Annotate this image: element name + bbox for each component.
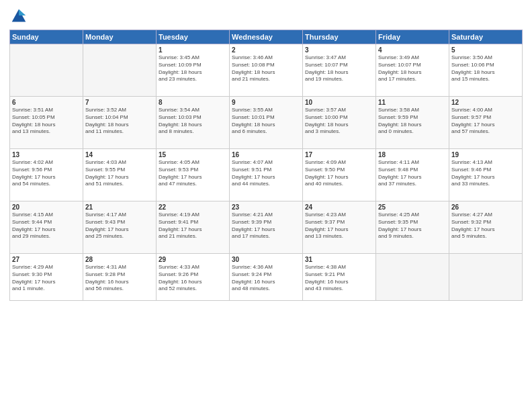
weekday-header-saturday: Saturday — [449, 30, 523, 44]
calendar-cell: 10Sunrise: 3:57 AM Sunset: 10:00 PM Dayl… — [303, 97, 376, 149]
day-info: Sunrise: 3:52 AM Sunset: 10:04 PM Daylig… — [85, 107, 154, 136]
weekday-header-friday: Friday — [376, 30, 449, 44]
day-info: Sunrise: 4:09 AM Sunset: 9:50 PM Dayligh… — [305, 159, 373, 188]
day-number: 30 — [232, 256, 300, 263]
weekday-header-thursday: Thursday — [303, 30, 376, 44]
calendar-cell: 29Sunrise: 4:33 AM Sunset: 9:26 PM Dayli… — [157, 254, 230, 301]
calendar-cell: 9Sunrise: 3:55 AM Sunset: 10:01 PM Dayli… — [230, 97, 303, 149]
day-number: 13 — [12, 151, 81, 158]
day-info: Sunrise: 4:15 AM Sunset: 9:44 PM Dayligh… — [12, 212, 81, 240]
day-number: 15 — [159, 151, 227, 158]
logo — [9, 7, 31, 26]
day-number: 16 — [232, 151, 300, 158]
day-info: Sunrise: 4:27 AM Sunset: 9:32 PM Dayligh… — [451, 212, 520, 240]
day-info: Sunrise: 3:54 AM Sunset: 10:03 PM Daylig… — [159, 107, 227, 136]
day-info: Sunrise: 3:47 AM Sunset: 10:07 PM Daylig… — [305, 54, 373, 83]
calendar-cell: 30Sunrise: 4:36 AM Sunset: 9:24 PM Dayli… — [230, 254, 303, 301]
day-info: Sunrise: 4:33 AM Sunset: 9:26 PM Dayligh… — [159, 264, 227, 293]
day-number: 23 — [232, 203, 300, 211]
day-info: Sunrise: 4:25 AM Sunset: 9:35 PM Dayligh… — [378, 212, 447, 240]
logo-icon — [9, 7, 28, 26]
day-info: Sunrise: 3:45 AM Sunset: 10:09 PM Daylig… — [159, 54, 227, 83]
weekday-header-monday: Monday — [83, 30, 157, 44]
day-number: 12 — [451, 99, 520, 106]
calendar-table: SundayMondayTuesdayWednesdayThursdayFrid… — [9, 30, 523, 301]
calendar-cell: 18Sunrise: 4:11 AM Sunset: 9:48 PM Dayli… — [376, 149, 449, 201]
day-info: Sunrise: 4:17 AM Sunset: 9:43 PM Dayligh… — [85, 212, 154, 240]
day-info: Sunrise: 3:50 AM Sunset: 10:06 PM Daylig… — [451, 54, 520, 83]
day-info: Sunrise: 4:29 AM Sunset: 9:30 PM Dayligh… — [12, 264, 81, 293]
day-number: 19 — [451, 151, 520, 158]
weekday-header-row: SundayMondayTuesdayWednesdayThursdayFrid… — [10, 30, 523, 44]
week-row-2: 6Sunrise: 3:51 AM Sunset: 10:05 PM Dayli… — [10, 97, 523, 149]
week-row-4: 20Sunrise: 4:15 AM Sunset: 9:44 PM Dayli… — [10, 201, 523, 254]
calendar-cell: 12Sunrise: 4:00 AM Sunset: 9:57 PM Dayli… — [449, 97, 523, 149]
calendar-cell: 24Sunrise: 4:23 AM Sunset: 9:37 PM Dayli… — [303, 201, 376, 254]
day-info: Sunrise: 4:23 AM Sunset: 9:37 PM Dayligh… — [305, 212, 373, 240]
day-number: 20 — [12, 203, 81, 211]
calendar-cell: 7Sunrise: 3:52 AM Sunset: 10:04 PM Dayli… — [83, 97, 157, 149]
day-info: Sunrise: 3:51 AM Sunset: 10:05 PM Daylig… — [12, 107, 81, 136]
week-row-3: 13Sunrise: 4:02 AM Sunset: 9:56 PM Dayli… — [10, 149, 523, 201]
calendar-cell — [10, 44, 83, 97]
day-number: 17 — [305, 151, 373, 158]
calendar-cell: 16Sunrise: 4:07 AM Sunset: 9:51 PM Dayli… — [230, 149, 303, 201]
day-number: 1 — [159, 46, 227, 54]
calendar-cell: 27Sunrise: 4:29 AM Sunset: 9:30 PM Dayli… — [10, 254, 83, 301]
day-info: Sunrise: 3:57 AM Sunset: 10:00 PM Daylig… — [305, 107, 373, 136]
day-number: 21 — [85, 203, 154, 211]
day-number: 18 — [378, 151, 447, 158]
day-info: Sunrise: 4:19 AM Sunset: 9:41 PM Dayligh… — [159, 212, 227, 240]
calendar-cell: 2Sunrise: 3:46 AM Sunset: 10:08 PM Dayli… — [230, 44, 303, 97]
week-row-5: 27Sunrise: 4:29 AM Sunset: 9:30 PM Dayli… — [10, 254, 523, 301]
day-info: Sunrise: 4:05 AM Sunset: 9:53 PM Dayligh… — [159, 159, 227, 188]
calendar-cell: 3Sunrise: 3:47 AM Sunset: 10:07 PM Dayli… — [303, 44, 376, 97]
calendar-cell: 5Sunrise: 3:50 AM Sunset: 10:06 PM Dayli… — [449, 44, 523, 97]
day-number: 14 — [85, 151, 154, 158]
day-info: Sunrise: 4:07 AM Sunset: 9:51 PM Dayligh… — [232, 159, 300, 188]
day-info: Sunrise: 3:46 AM Sunset: 10:08 PM Daylig… — [232, 54, 300, 83]
svg-marker-1 — [19, 9, 26, 15]
calendar-cell: 23Sunrise: 4:21 AM Sunset: 9:39 PM Dayli… — [230, 201, 303, 254]
calendar-cell — [376, 254, 449, 301]
calendar-cell: 4Sunrise: 3:49 AM Sunset: 10:07 PM Dayli… — [376, 44, 449, 97]
day-info: Sunrise: 3:49 AM Sunset: 10:07 PM Daylig… — [378, 54, 447, 83]
weekday-header-wednesday: Wednesday — [230, 30, 303, 44]
calendar-cell: 17Sunrise: 4:09 AM Sunset: 9:50 PM Dayli… — [303, 149, 376, 201]
calendar-cell: 21Sunrise: 4:17 AM Sunset: 9:43 PM Dayli… — [83, 201, 157, 254]
calendar-cell: 31Sunrise: 4:38 AM Sunset: 9:21 PM Dayli… — [303, 254, 376, 301]
day-number: 11 — [378, 99, 447, 106]
calendar-cell: 1Sunrise: 3:45 AM Sunset: 10:09 PM Dayli… — [157, 44, 230, 97]
day-number: 29 — [159, 256, 227, 263]
calendar-cell: 19Sunrise: 4:13 AM Sunset: 9:46 PM Dayli… — [449, 149, 523, 201]
calendar-cell — [83, 44, 157, 97]
day-number: 25 — [378, 203, 447, 211]
day-number: 8 — [159, 99, 227, 106]
calendar-cell: 11Sunrise: 3:58 AM Sunset: 9:59 PM Dayli… — [376, 97, 449, 149]
day-info: Sunrise: 4:38 AM Sunset: 9:21 PM Dayligh… — [305, 264, 373, 293]
calendar-cell: 28Sunrise: 4:31 AM Sunset: 9:28 PM Dayli… — [83, 254, 157, 301]
week-row-1: 1Sunrise: 3:45 AM Sunset: 10:09 PM Dayli… — [10, 44, 523, 97]
day-number: 24 — [305, 203, 373, 211]
weekday-header-sunday: Sunday — [10, 30, 83, 44]
calendar-cell: 8Sunrise: 3:54 AM Sunset: 10:03 PM Dayli… — [157, 97, 230, 149]
day-info: Sunrise: 4:03 AM Sunset: 9:55 PM Dayligh… — [85, 159, 154, 188]
calendar-cell: 26Sunrise: 4:27 AM Sunset: 9:32 PM Dayli… — [449, 201, 523, 254]
calendar-cell: 13Sunrise: 4:02 AM Sunset: 9:56 PM Dayli… — [10, 149, 83, 201]
header — [9, 7, 523, 26]
day-info: Sunrise: 4:31 AM Sunset: 9:28 PM Dayligh… — [85, 264, 154, 293]
day-info: Sunrise: 4:02 AM Sunset: 9:56 PM Dayligh… — [12, 159, 81, 188]
day-number: 28 — [85, 256, 154, 263]
calendar-cell: 25Sunrise: 4:25 AM Sunset: 9:35 PM Dayli… — [376, 201, 449, 254]
weekday-header-tuesday: Tuesday — [157, 30, 230, 44]
calendar-cell: 22Sunrise: 4:19 AM Sunset: 9:41 PM Dayli… — [157, 201, 230, 254]
calendar-cell: 20Sunrise: 4:15 AM Sunset: 9:44 PM Dayli… — [10, 201, 83, 254]
calendar-cell: 6Sunrise: 3:51 AM Sunset: 10:05 PM Dayli… — [10, 97, 83, 149]
day-number: 9 — [232, 99, 300, 106]
day-number: 27 — [12, 256, 81, 263]
day-info: Sunrise: 4:36 AM Sunset: 9:24 PM Dayligh… — [232, 264, 300, 293]
day-number: 6 — [12, 99, 81, 106]
day-info: Sunrise: 4:00 AM Sunset: 9:57 PM Dayligh… — [451, 107, 520, 136]
day-number: 4 — [378, 46, 447, 54]
day-number: 26 — [451, 203, 520, 211]
